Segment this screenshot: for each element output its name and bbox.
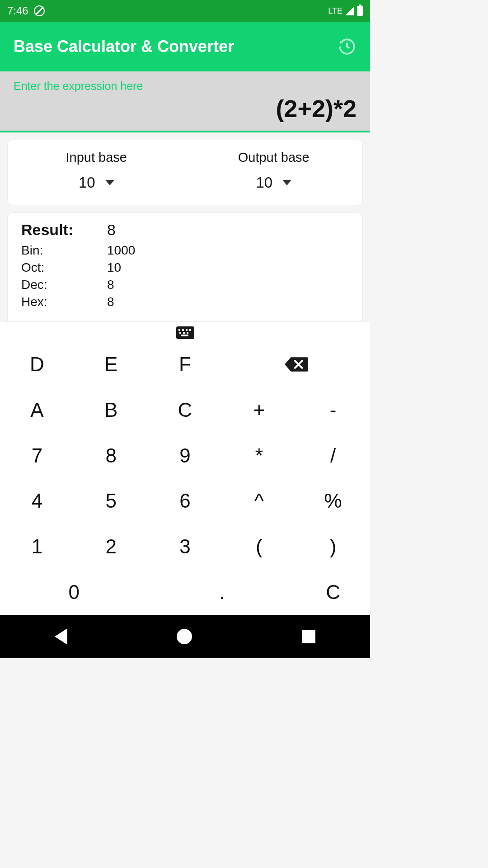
keypad: DEFABC+-789*/456^%123()0.C (0, 342, 370, 615)
nav-recent-button[interactable] (302, 630, 315, 643)
result-dec-value: 8 (107, 278, 114, 292)
expression-value: (2+2)*2 (14, 94, 357, 123)
key-0[interactable]: 0 (0, 569, 148, 615)
backspace-key[interactable] (222, 342, 370, 387)
key-([interactable]: ( (222, 524, 296, 570)
backspace-icon (284, 355, 308, 373)
result-hex-label: Hex: (21, 295, 107, 309)
result-main-label: Result: (21, 221, 107, 239)
status-network: LTE (328, 6, 343, 16)
key-.[interactable]: . (148, 569, 296, 615)
key-8[interactable]: 8 (74, 433, 148, 478)
chevron-down-icon (282, 180, 291, 185)
output-base-select[interactable]: 10 (256, 174, 291, 191)
input-base-label: Input base (66, 150, 127, 165)
key-%[interactable]: % (296, 478, 370, 524)
input-base-value: 10 (79, 174, 95, 191)
status-bar: 7:46 LTE (0, 0, 370, 22)
expression-hint: Enter the expression here (14, 80, 357, 93)
result-oct-label: Oct: (21, 260, 107, 275)
key-3[interactable]: 3 (148, 524, 222, 570)
clear-key[interactable]: C (296, 569, 370, 615)
navigation-bar (0, 615, 370, 658)
nav-home-button[interactable] (177, 629, 192, 644)
result-bin-label: Bin: (21, 243, 107, 258)
keyboard-toggle[interactable] (0, 322, 370, 342)
base-selector-card: Input base 10 Output base 10 (7, 140, 363, 205)
result-card: Result: 8 Bin: 1000 Oct: 10 Dec: 8 Hex: … (7, 212, 363, 322)
key-4[interactable]: 4 (0, 478, 74, 524)
dnd-icon (34, 5, 45, 16)
key-E[interactable]: E (74, 342, 148, 387)
key-6[interactable]: 6 (148, 478, 222, 524)
signal-icon (345, 6, 354, 15)
result-hex-value: 8 (107, 295, 114, 309)
key-B[interactable]: B (74, 387, 148, 433)
key-*[interactable]: * (222, 433, 296, 478)
app-title: Base Calculator & Converter (14, 37, 234, 56)
output-base-value: 10 (256, 174, 272, 191)
result-oct-value: 10 (107, 260, 121, 275)
key-9[interactable]: 9 (148, 433, 222, 478)
key-+[interactable]: + (222, 387, 296, 433)
history-icon[interactable] (338, 37, 357, 56)
key-/[interactable]: / (296, 433, 370, 478)
key-C[interactable]: C (148, 387, 222, 433)
key-D[interactable]: D (0, 342, 74, 387)
chevron-down-icon (105, 180, 114, 185)
status-time: 7:46 (7, 5, 28, 17)
expression-input[interactable]: Enter the expression here (2+2)*2 (0, 71, 370, 132)
keyboard-icon (176, 326, 194, 339)
key-F[interactable]: F (148, 342, 222, 387)
nav-back-button[interactable] (55, 628, 67, 645)
key--[interactable]: - (296, 387, 370, 433)
key-A[interactable]: A (0, 387, 74, 433)
input-base-select[interactable]: 10 (79, 174, 114, 191)
result-main-value: 8 (107, 221, 116, 239)
result-bin-value: 1000 (107, 243, 135, 258)
battery-icon (357, 6, 363, 16)
key-)[interactable]: ) (296, 524, 370, 570)
output-base-label: Output base (238, 150, 310, 165)
key-5[interactable]: 5 (74, 478, 148, 524)
key-2[interactable]: 2 (74, 524, 148, 570)
app-bar: Base Calculator & Converter (0, 22, 370, 71)
key-7[interactable]: 7 (0, 433, 74, 478)
result-dec-label: Dec: (21, 278, 107, 292)
key-^[interactable]: ^ (222, 478, 296, 524)
key-1[interactable]: 1 (0, 524, 74, 570)
